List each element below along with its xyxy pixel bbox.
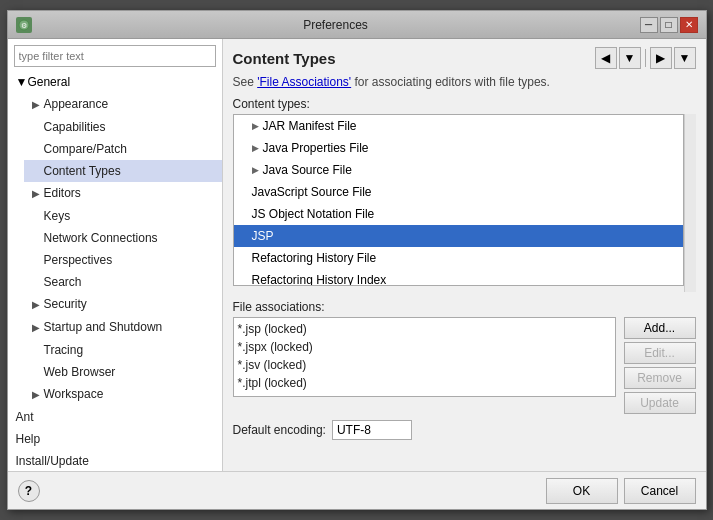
forward-icon: ▶ bbox=[656, 51, 665, 65]
help-button[interactable]: ? bbox=[18, 480, 40, 502]
general-label: General bbox=[27, 73, 70, 91]
tree-item-network-connections[interactable]: Network Connections bbox=[24, 227, 222, 249]
ct-refactoring-history-index[interactable]: Refactoring History Index bbox=[234, 269, 683, 286]
expand-java-src: ▶ bbox=[252, 161, 259, 179]
file-assoc-section: *.jsp (locked) *.jspx (locked) *.jsv (lo… bbox=[233, 317, 696, 414]
assoc-item-jsp: *.jsp (locked) bbox=[238, 320, 611, 338]
forward-dropdown-icon: ▼ bbox=[679, 51, 691, 65]
window-controls: ─ □ ✕ bbox=[640, 17, 698, 33]
tree-item-ant[interactable]: Ant bbox=[8, 406, 222, 428]
svg-text:⚙: ⚙ bbox=[21, 22, 27, 29]
expand-java-props: ▶ bbox=[252, 139, 259, 157]
tree-item-content-types[interactable]: Content Types bbox=[24, 160, 222, 182]
update-button[interactable]: Update bbox=[624, 392, 696, 414]
back-button[interactable]: ◀ bbox=[595, 47, 617, 69]
link-prefix: See bbox=[233, 75, 258, 89]
nav-buttons: ◀ ▼ ▶ ▼ bbox=[595, 47, 696, 69]
filter-input[interactable] bbox=[14, 45, 216, 67]
panel-title: Content Types bbox=[233, 50, 336, 67]
ct-js-source[interactable]: JavaScript Source File bbox=[234, 181, 683, 203]
back-dropdown-button[interactable]: ▼ bbox=[619, 47, 641, 69]
preferences-dialog: ⚙ Preferences ─ □ ✕ ▼ General ▶App bbox=[7, 10, 707, 510]
tree-item-keys[interactable]: Keys bbox=[24, 205, 222, 227]
ct-refactoring-history[interactable]: Refactoring History File bbox=[234, 247, 683, 269]
right-panel: Content Types ◀ ▼ ▶ ▼ bbox=[223, 39, 706, 471]
encoding-input[interactable] bbox=[332, 420, 412, 440]
expand-icon-security: ▶ bbox=[32, 299, 40, 310]
add-button[interactable]: Add... bbox=[624, 317, 696, 339]
ct-java-properties[interactable]: ▶Java Properties File bbox=[234, 137, 683, 159]
back-icon: ◀ bbox=[601, 51, 610, 65]
nav-separator bbox=[645, 49, 646, 67]
file-assoc-link[interactable]: 'File Associations' bbox=[257, 75, 351, 89]
dialog-buttons: OK Cancel bbox=[546, 478, 696, 504]
expand-icon-workspace: ▶ bbox=[32, 389, 40, 400]
back-dropdown-icon: ▼ bbox=[624, 51, 636, 65]
app-icon: ⚙ bbox=[16, 17, 32, 33]
tree-item-workspace[interactable]: ▶Workspace bbox=[24, 383, 222, 406]
expand-icon-appearance: ▶ bbox=[32, 99, 40, 110]
forward-dropdown-button[interactable]: ▼ bbox=[674, 47, 696, 69]
help-icon: ? bbox=[25, 484, 32, 498]
minimize-button[interactable]: ─ bbox=[640, 17, 658, 33]
window-title: Preferences bbox=[32, 18, 640, 32]
encoding-row: Default encoding: bbox=[233, 420, 696, 440]
encoding-label: Default encoding: bbox=[233, 423, 326, 437]
remove-button[interactable]: Remove bbox=[624, 367, 696, 389]
expand-jar: ▶ bbox=[252, 117, 259, 135]
expand-icon-editors: ▶ bbox=[32, 188, 40, 199]
close-button[interactable]: ✕ bbox=[680, 17, 698, 33]
tree-item-perspectives[interactable]: Perspectives bbox=[24, 249, 222, 271]
tree-area: ▼ General ▶Appearance Capabilities Compa… bbox=[8, 71, 222, 471]
tree-item-appearance[interactable]: ▶Appearance bbox=[24, 93, 222, 116]
content-types-label: Content types: bbox=[233, 97, 696, 111]
content-types-list[interactable]: ▶JAR Manifest File ▶Java Properties File… bbox=[233, 114, 684, 286]
ok-button[interactable]: OK bbox=[546, 478, 618, 504]
file-assoc-list[interactable]: *.jsp (locked) *.jspx (locked) *.jsv (lo… bbox=[233, 317, 616, 397]
main-content: ▼ General ▶Appearance Capabilities Compa… bbox=[8, 39, 706, 471]
tree-item-general[interactable]: ▼ General bbox=[8, 71, 222, 93]
bottom-bar: ? OK Cancel bbox=[8, 471, 706, 509]
left-panel: ▼ General ▶Appearance Capabilities Compa… bbox=[8, 39, 223, 471]
tree-item-web-browser[interactable]: Web Browser bbox=[24, 361, 222, 383]
assoc-buttons: Add... Edit... Remove Update bbox=[624, 317, 696, 414]
edit-button[interactable]: Edit... bbox=[624, 342, 696, 364]
tree-item-editors[interactable]: ▶Editors bbox=[24, 182, 222, 205]
file-assoc-label: File associations: bbox=[233, 300, 696, 314]
ct-js-object[interactable]: JS Object Notation File bbox=[234, 203, 683, 225]
file-assoc-link-text: See 'File Associations' for associating … bbox=[233, 75, 696, 89]
link-suffix: for associating editors with file types. bbox=[351, 75, 550, 89]
maximize-button[interactable]: □ bbox=[660, 17, 678, 33]
assoc-item-jspx: *.jspx (locked) bbox=[238, 338, 611, 356]
content-types-scrollbar[interactable] bbox=[684, 114, 696, 292]
ct-jsp[interactable]: JSP bbox=[234, 225, 683, 247]
tree-item-tracing[interactable]: Tracing bbox=[24, 339, 222, 361]
general-children: ▶Appearance Capabilities Compare/Patch C… bbox=[8, 93, 222, 406]
expand-icon-general: ▼ bbox=[16, 73, 28, 91]
tree-item-search[interactable]: Search bbox=[24, 271, 222, 293]
forward-button[interactable]: ▶ bbox=[650, 47, 672, 69]
ct-jar-manifest[interactable]: ▶JAR Manifest File bbox=[234, 115, 683, 137]
ct-java-source[interactable]: ▶Java Source File bbox=[234, 159, 683, 181]
right-header: Content Types ◀ ▼ ▶ ▼ bbox=[233, 47, 696, 69]
tree-item-security[interactable]: ▶Security bbox=[24, 293, 222, 316]
tree-item-install-update[interactable]: Install/Update bbox=[8, 450, 222, 471]
tree-item-help[interactable]: Help bbox=[8, 428, 222, 450]
tree-item-startup-shutdown[interactable]: ▶Startup and Shutdown bbox=[24, 316, 222, 339]
assoc-item-jtpl: *.jtpl (locked) bbox=[238, 374, 611, 392]
tree-item-capabilities[interactable]: Capabilities bbox=[24, 116, 222, 138]
tree-item-compare-patch[interactable]: Compare/Patch bbox=[24, 138, 222, 160]
expand-icon-startup: ▶ bbox=[32, 322, 40, 333]
assoc-item-jsv: *.jsv (locked) bbox=[238, 356, 611, 374]
filter-box bbox=[8, 39, 222, 71]
title-bar: ⚙ Preferences ─ □ ✕ bbox=[8, 11, 706, 39]
cancel-button[interactable]: Cancel bbox=[624, 478, 696, 504]
